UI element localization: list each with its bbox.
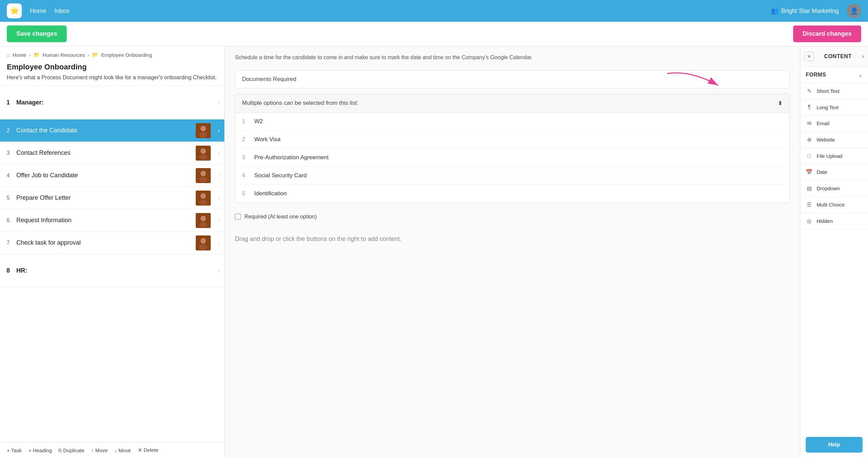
section-hr[interactable]: 8 HR: › [0,254,224,288]
task-list: 1 Manager: › 2 Contact the Candidate ‹ [0,86,224,442]
task-chevron-3: › [213,150,224,156]
right-panel-header: ✕ CONTENT › [800,46,868,67]
svg-point-4 [200,148,206,154]
form-item-file-upload[interactable]: □ File Upload [800,148,868,164]
breadcrumb-sep2: › [87,52,89,58]
delete-button[interactable]: ✕ Delete [138,447,159,453]
svg-point-14 [199,222,207,227]
required-text: Required (At least one option) [244,214,317,220]
website-label: Website [817,137,835,143]
app-logo[interactable]: ⭐ [7,3,22,18]
short-text-icon: ✎ [806,88,813,94]
nav-home[interactable]: Home [30,7,46,15]
breadcrumb-home[interactable]: Home [13,52,26,58]
required-row: Required (At least one option) [235,208,790,225]
section-label: Manager: [16,92,213,114]
multi-choice-icon: ☰ [806,201,813,208]
move-down-label: ↓ Move [114,447,131,453]
forms-chevron-icon: ⌄ [858,71,863,78]
form-item-date[interactable]: 📅 Date [800,164,868,180]
delete-label: ✕ Delete [138,447,159,453]
section-number: 1 [0,92,16,114]
option-label-3: Pre-Authorization Agreement [254,154,328,161]
duplicate-label: ⎘ Duplicate [59,447,84,453]
dropdown-field[interactable]: Multiple options can be selected from th… [235,94,790,113]
date-icon: 📅 [806,169,813,175]
help-button[interactable]: Help [806,437,863,453]
option-label-2: Work Visa [254,136,280,143]
add-heading-label: + Heading [29,447,52,453]
breadcrumb-folder1[interactable]: Human Resources [43,52,85,58]
task-avatar-5 [196,191,211,206]
add-heading-button[interactable]: + Heading [29,447,52,453]
breadcrumb-folder2[interactable]: Employee Onboarding [101,52,152,58]
svg-point-11 [199,199,207,205]
task-chevron-4: › [213,173,224,179]
bottom-toolbar: + Task + Heading ⎘ Duplicate ↑ Move ↓ Mo… [0,442,224,458]
forms-label: FORMS [806,72,826,78]
task-chevron-2: ‹ [213,128,224,134]
task-avatar-3 [196,146,211,161]
file-upload-label: File Upload [817,153,842,159]
task-item-request-info[interactable]: 6 Request Information › [0,209,224,232]
center-panel: Schedule a time for the candidate to com… [225,46,800,458]
company-selector[interactable]: 👥 Bright Star Marketing [771,7,839,15]
form-item-email[interactable]: ✉ Email [800,115,868,131]
breadcrumb-folder1-icon: 📁 [33,52,40,58]
form-item-website[interactable]: ⊕ Website [800,131,868,148]
form-item-hidden[interactable]: ◎ Hidden [800,213,868,229]
svg-point-5 [199,154,207,160]
forms-section: FORMS ⌄ ✎ Short Text ¶ Long Text ✉ Email… [800,67,868,229]
option-w2: 1 W2 [235,113,789,131]
task-label-5: Prepare Offer Letter [16,187,196,209]
task-avatar-7 [196,235,211,250]
form-item-multi-choice[interactable]: ☰ Multi Choice [800,196,868,213]
nav-inbox[interactable]: Inbox [54,7,69,15]
short-text-label: Short Text [817,88,839,94]
form-item-dropdown[interactable]: ▤ Dropdown [800,180,868,196]
breadcrumb-folder2-icon: 📁 [92,52,98,58]
task-item-check-approval[interactable]: 7 Check task for approval › [0,232,224,254]
expand-icon[interactable]: › [862,53,864,60]
section-manager[interactable]: 1 Manager: › [0,86,224,119]
duplicate-button[interactable]: ⎘ Duplicate [59,447,84,453]
document-title: Employee Onboarding [0,61,224,73]
field-label: Documents Required [235,70,790,88]
forms-header[interactable]: FORMS ⌄ [800,67,868,83]
email-icon: ✉ [806,120,813,127]
move-down-button[interactable]: ↓ Move [114,447,131,453]
form-item-long-text[interactable]: ¶ Long Text [800,99,868,115]
task-number-2: 2 [0,120,16,141]
task-item-prepare-offer[interactable]: 5 Prepare Offer Letter › [0,187,224,209]
company-name: Bright Star Marketing [781,7,839,15]
svg-point-8 [199,177,207,182]
add-task-button[interactable]: + Task [7,447,22,453]
required-checkbox[interactable] [235,214,241,220]
add-task-label: + Task [7,447,22,453]
svg-point-13 [200,216,206,221]
discard-button[interactable]: Discard changes [793,26,861,42]
form-item-short-text[interactable]: ✎ Short Text [800,83,868,99]
option-label-4: Social Security Card [254,172,307,179]
option-num-3: 3 [242,154,249,161]
task-label-2: Contact the Candidate [16,119,196,142]
option-identification: 5 Identification [235,185,789,202]
avatar[interactable]: 👤 [847,4,861,18]
option-num-1: 1 [242,118,249,125]
svg-point-1 [200,126,206,131]
close-icon: ✕ [807,54,811,59]
task-item-offer-job[interactable]: 4 Offer Job to Candidate › [0,164,224,187]
task-number-4: 4 [0,165,16,186]
save-button[interactable]: Save changes [7,26,67,42]
close-panel-button[interactable]: ✕ [804,52,814,61]
move-up-button[interactable]: ↑ Move [91,447,108,453]
content-section-label: CONTENT [824,53,852,60]
dropdown-arrow-icon: ⬍ [778,100,783,107]
option-num-4: 4 [242,172,249,179]
task-avatar-6 [196,213,211,228]
dropdown-text: Multiple options can be selected from th… [242,100,358,107]
section-chevron-hr-icon: › [213,268,224,274]
task-item-contact-references[interactable]: 3 Contact References › [0,142,224,164]
task-number-6: 6 [0,210,16,231]
task-item-contact-candidate[interactable]: 2 Contact the Candidate ‹ [0,119,224,142]
